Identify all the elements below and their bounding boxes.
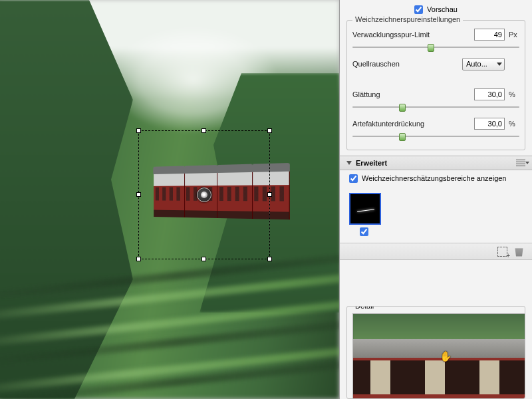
blur-region-center-pin[interactable] [197, 188, 211, 202]
region-enable-checkbox[interactable] [360, 227, 368, 236]
show-regions-checkbox[interactable] [349, 174, 358, 183]
source-noise-label: Quellrauschen [352, 60, 462, 68]
resize-handle-sw[interactable] [136, 257, 141, 261]
region-toolbar [340, 243, 532, 260]
detail-group: Detail ✋ [346, 306, 525, 399]
settings-panel: Vorschau Weichzeichnerspureinstellungen … [339, 0, 532, 399]
resize-handle-w[interactable] [136, 192, 141, 197]
blur-limit-label: Verwacklungsspur-Limit [352, 31, 474, 39]
blur-region-thumbnail[interactable] [349, 193, 381, 225]
smoothing-input[interactable] [474, 88, 505, 100]
artifact-label: Artefaktunterdrückung [352, 120, 474, 128]
blur-limit-slider[interactable] [352, 43, 519, 51]
smoothing-thumb[interactable] [399, 104, 406, 112]
artifact-slider[interactable] [352, 132, 519, 140]
source-noise-dropdown[interactable]: Auto... [462, 58, 505, 70]
smoothing-slider[interactable] [352, 103, 519, 111]
detail-legend: Detail [352, 306, 376, 310]
show-regions-label: Weichzeichnerschätzungsbereiche anzeigen [362, 174, 507, 182]
smoothing-label: Glättung [352, 90, 474, 98]
detail-loupe[interactable]: ✋ [352, 313, 525, 398]
disclosure-triangle-icon [346, 161, 352, 165]
resize-handle-se[interactable] [267, 257, 272, 261]
artifact-unit: % [509, 120, 519, 128]
blur-limit-unit: Px [509, 31, 519, 39]
blur-limit-input[interactable] [474, 29, 505, 41]
add-region-icon[interactable] [497, 247, 507, 257]
advanced-section-header[interactable]: Erweitert [340, 156, 532, 170]
resize-handle-n[interactable] [201, 128, 206, 133]
preview-label: Vorschau [427, 5, 458, 13]
artifact-input[interactable] [474, 118, 505, 130]
blur-region-selection[interactable] [138, 130, 270, 259]
advanced-title: Erweitert [356, 159, 387, 167]
chevron-down-icon [497, 63, 502, 66]
panel-menu-icon[interactable] [516, 160, 525, 166]
preview-checkbox[interactable] [414, 5, 423, 14]
blur-limit-thumb[interactable] [428, 44, 434, 52]
resize-handle-ne[interactable] [267, 128, 272, 133]
resize-handle-s[interactable] [201, 257, 206, 261]
resize-handle-e[interactable] [267, 192, 272, 197]
image-canvas[interactable] [0, 0, 339, 399]
source-noise-value: Auto... [466, 60, 487, 68]
hand-cursor-icon: ✋ [440, 350, 452, 362]
blur-trace-legend: Weichzeichnerspureinstellungen [352, 15, 463, 23]
delete-region-icon[interactable] [514, 247, 524, 257]
resize-handle-nw[interactable] [136, 128, 141, 133]
artifact-thumb[interactable] [399, 133, 406, 141]
blur-trace-group: Weichzeichnerspureinstellungen Verwacklu… [346, 20, 525, 150]
smoothing-unit: % [509, 90, 519, 98]
